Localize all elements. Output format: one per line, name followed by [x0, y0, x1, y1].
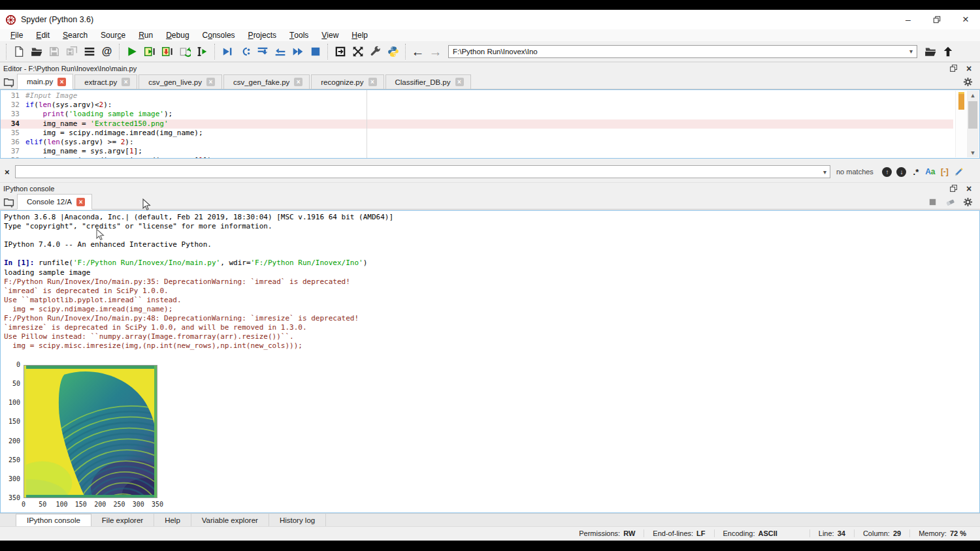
run-cell-advance-button[interactable] — [158, 43, 176, 60]
close-button[interactable]: × — [951, 10, 980, 29]
menu-run[interactable]: Run — [132, 29, 159, 41]
forward-button[interactable]: → — [427, 43, 444, 60]
editor-tab-recognize.py[interactable]: recognize.py× — [311, 74, 384, 89]
debug-continue-button[interactable] — [289, 43, 306, 60]
ipython-console-output[interactable]: Python 3.6.8 |Anaconda, Inc.| (default, … — [0, 210, 980, 513]
code-line-36[interactable]: 36elif(len(sys.argv) >= 2): — [1, 138, 953, 147]
tab-close-icon[interactable]: × — [122, 78, 130, 86]
console-browse-tabs-icon[interactable] — [0, 195, 17, 209]
console-tab-close-icon[interactable]: × — [76, 198, 85, 206]
code-editor[interactable]: 31#Input Image32if(len(sys.argv)<2):33 p… — [0, 89, 980, 159]
save-button[interactable] — [45, 43, 63, 60]
regex-toggle-button[interactable]: .* — [909, 165, 923, 178]
find-previous-button[interactable]: ↑ — [880, 165, 894, 178]
menu-file[interactable]: File — [4, 29, 29, 41]
restore-button[interactable] — [923, 10, 951, 29]
whole-word-toggle-button[interactable]: [-] — [938, 165, 952, 178]
rerun-cell-button[interactable] — [176, 43, 193, 60]
editor-options-gear-icon[interactable] — [963, 77, 975, 89]
find-input[interactable]: ▾ — [15, 165, 830, 178]
tab-close-icon[interactable]: × — [368, 78, 377, 86]
new-file-button[interactable] — [10, 43, 27, 60]
menu-consoles[interactable]: Consoles — [196, 29, 242, 41]
step-over-button[interactable] — [236, 43, 253, 60]
debug-file-button[interactable] — [218, 43, 236, 60]
browse-working-dir-button[interactable] — [921, 43, 939, 60]
run-selection-button[interactable] — [193, 43, 211, 60]
debug-stop-button[interactable] — [306, 43, 324, 60]
editor-undock-icon[interactable] — [948, 64, 958, 73]
working-directory-combobox[interactable]: F:\Python Run\Inovex\Ino▾ — [448, 45, 917, 58]
remove-variables-icon[interactable] — [945, 197, 957, 209]
editor-scrollbar[interactable]: ▲ ▼ — [967, 91, 979, 157]
find-history-chevron-icon[interactable]: ▾ — [823, 168, 826, 176]
code-text: img_name = sys.argv[1]; — [25, 147, 142, 156]
menu-edit[interactable]: Edit — [29, 29, 56, 41]
case-sensitive-toggle-button[interactable]: Aa — [923, 165, 938, 178]
code-line-38[interactable]: 38 img = scipy.ndimage.imread(sys.argv[1… — [1, 156, 953, 159]
plugin-tab-file-explorer[interactable]: File explorer — [91, 514, 154, 526]
code-line-37[interactable]: 37 img_name = sys.argv[1]; — [1, 147, 953, 156]
step-into-button[interactable] — [253, 43, 271, 60]
scroll-up-arrow[interactable]: ▲ — [967, 91, 979, 100]
menu-source[interactable]: Source — [94, 29, 132, 41]
back-button[interactable]: ← — [409, 43, 427, 60]
preferences-button[interactable] — [367, 43, 384, 60]
line-number: 34 — [1, 119, 25, 129]
menu-projects[interactable]: Projects — [242, 29, 283, 41]
code-text: img_name = 'Extracted150.png' — [25, 119, 169, 129]
menu-search[interactable]: Search — [56, 29, 94, 41]
maximize-pane-button[interactable] — [331, 43, 349, 60]
open-file-button[interactable] — [27, 43, 45, 60]
editor-scrollflag-area — [955, 91, 966, 157]
parent-dir-button[interactable] — [939, 43, 956, 60]
interrupt-kernel-icon[interactable] — [928, 197, 939, 209]
editor-tab-extract.py[interactable]: extract.py× — [74, 74, 137, 89]
menu-view[interactable]: View — [315, 29, 345, 41]
console-close-icon[interactable]: × — [964, 184, 974, 193]
plugin-tab-history-log[interactable]: History log — [269, 514, 326, 526]
find-next-button[interactable]: ↓ — [894, 165, 909, 178]
code-line-35[interactable]: 35 img = scipy.ndimage.imread(img_name); — [1, 129, 953, 138]
console-undock-icon[interactable] — [948, 184, 958, 193]
menu-debug[interactable]: Debug — [159, 29, 195, 41]
editor-tab-csv_gen_live.py[interactable]: csv_gen_live.py× — [139, 74, 222, 89]
editor-close-icon[interactable]: × — [964, 64, 974, 73]
code-line-33[interactable]: 33 print('loading sample image'); — [1, 110, 953, 119]
scroll-down-arrow[interactable]: ▼ — [967, 148, 979, 157]
python-env-button[interactable] — [384, 43, 402, 60]
find-close-icon[interactable]: × — [5, 167, 15, 177]
tab-close-icon[interactable]: × — [57, 78, 66, 86]
console-line — [4, 249, 979, 259]
tab-close-icon[interactable]: × — [206, 78, 215, 86]
menu-tools[interactable]: Tools — [283, 29, 315, 41]
symbol-finder-button[interactable]: @ — [98, 43, 116, 60]
console-pane-header: IPython console × — [0, 182, 980, 194]
console-tab[interactable]: Console 12/A × — [17, 194, 92, 210]
run-cell-button[interactable] — [140, 43, 158, 60]
toolbar-separator — [6, 44, 7, 59]
step-return-button[interactable] — [271, 43, 289, 60]
editor-tab-main.py[interactable]: main.py× — [17, 74, 73, 89]
code-line-34[interactable]: 34 img_name = 'Extracted150.png' — [1, 119, 953, 129]
tab-close-icon[interactable]: × — [455, 78, 464, 86]
editor-tab-csv_gen_fake.py[interactable]: csv_gen_fake.py× — [223, 74, 310, 89]
tab-close-icon[interactable]: × — [294, 78, 302, 86]
fullscreen-button[interactable] — [349, 43, 367, 60]
plugin-tab-help[interactable]: Help — [154, 514, 191, 526]
editor-scrollbar-thumb[interactable] — [968, 101, 977, 129]
highlight-matches-button[interactable] — [952, 165, 966, 178]
run-button[interactable] — [123, 43, 140, 60]
minimize-button[interactable]: – — [894, 10, 923, 29]
file-switcher-button[interactable] — [80, 43, 98, 60]
plugin-tab-ipython-console[interactable]: IPython console — [16, 514, 91, 526]
plugin-tab-variable-explorer[interactable]: Variable explorer — [191, 514, 269, 526]
save-all-button[interactable] — [63, 43, 80, 60]
code-line-31[interactable]: 31#Input Image — [1, 91, 953, 101]
editor-tab-Classifier_DB.py[interactable]: Classifier_DB.py× — [385, 74, 471, 89]
editor-browse-tabs-icon[interactable] — [0, 74, 17, 89]
console-options-gear-icon[interactable] — [963, 197, 975, 209]
menu-help[interactable]: Help — [345, 29, 374, 41]
code-line-32[interactable]: 32if(len(sys.argv)<2): — [1, 101, 953, 110]
combobox-chevron-icon[interactable]: ▾ — [909, 48, 913, 55]
